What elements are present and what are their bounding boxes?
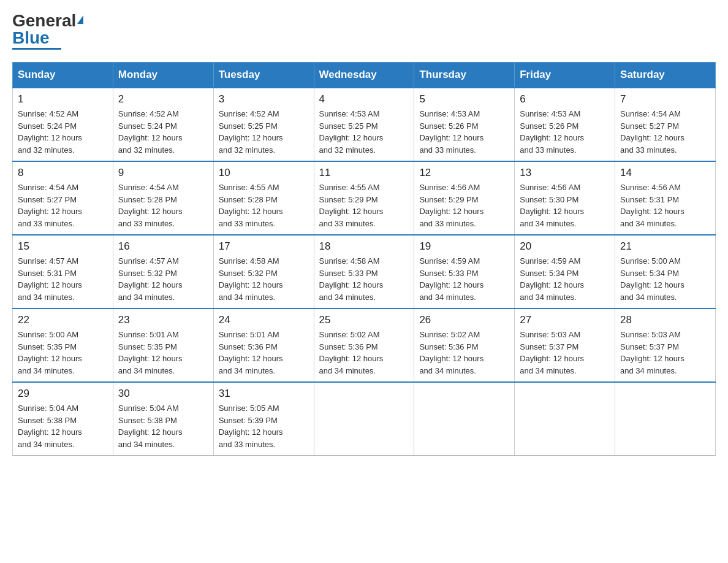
day-number: 1 <box>18 93 108 105</box>
day-number: 31 <box>219 388 309 400</box>
day-number: 5 <box>419 93 509 105</box>
calendar-cell: 4 Sunrise: 4:53 AM Sunset: 5:25 PM Dayli… <box>314 88 414 161</box>
day-info: Sunrise: 4:52 AM Sunset: 5:24 PM Dayligh… <box>18 109 82 155</box>
day-number: 17 <box>219 240 309 253</box>
calendar-week-row: 8 Sunrise: 4:54 AM Sunset: 5:27 PM Dayli… <box>13 161 716 235</box>
day-info: Sunrise: 4:54 AM Sunset: 5:28 PM Dayligh… <box>118 183 183 228</box>
day-number: 24 <box>219 314 309 326</box>
day-number: 10 <box>219 167 309 179</box>
calendar-cell: 10 Sunrise: 4:55 AM Sunset: 5:28 PM Dayl… <box>213 161 314 235</box>
day-info: Sunrise: 4:54 AM Sunset: 5:27 PM Dayligh… <box>18 183 82 228</box>
day-info: Sunrise: 5:00 AM Sunset: 5:34 PM Dayligh… <box>620 256 684 302</box>
day-number: 11 <box>319 167 409 179</box>
day-number: 16 <box>118 240 208 253</box>
calendar-cell <box>615 382 716 456</box>
day-info: Sunrise: 4:58 AM Sunset: 5:32 PM Dayligh… <box>219 256 283 302</box>
calendar-cell: 6 Sunrise: 4:53 AM Sunset: 5:26 PM Dayli… <box>515 88 615 161</box>
calendar-cell: 12 Sunrise: 4:56 AM Sunset: 5:29 PM Dayl… <box>414 161 515 235</box>
calendar-cell: 2 Sunrise: 4:52 AM Sunset: 5:24 PM Dayli… <box>113 88 213 161</box>
calendar-cell <box>314 382 414 456</box>
calendar-cell: 1 Sunrise: 4:52 AM Sunset: 5:24 PM Dayli… <box>13 88 113 161</box>
day-info: Sunrise: 4:59 AM Sunset: 5:34 PM Dayligh… <box>520 256 584 302</box>
calendar-cell: 9 Sunrise: 4:54 AM Sunset: 5:28 PM Dayli… <box>113 161 213 235</box>
logo-line <box>12 48 61 50</box>
calendar-cell: 28 Sunrise: 5:03 AM Sunset: 5:37 PM Dayl… <box>615 308 716 382</box>
day-number: 26 <box>419 314 509 326</box>
day-info: Sunrise: 4:55 AM Sunset: 5:28 PM Dayligh… <box>219 183 283 228</box>
day-number: 6 <box>520 93 610 105</box>
day-number: 13 <box>520 167 610 179</box>
calendar-cell: 21 Sunrise: 5:00 AM Sunset: 5:34 PM Dayl… <box>615 235 716 308</box>
calendar-cell: 18 Sunrise: 4:58 AM Sunset: 5:33 PM Dayl… <box>314 235 414 308</box>
day-info: Sunrise: 4:56 AM Sunset: 5:31 PM Dayligh… <box>620 183 684 228</box>
day-info: Sunrise: 4:58 AM Sunset: 5:33 PM Dayligh… <box>319 256 384 302</box>
calendar-day-header: Thursday <box>414 63 515 88</box>
day-number: 2 <box>118 93 208 105</box>
logo-text: General Blue <box>12 12 83 47</box>
calendar-cell: 25 Sunrise: 5:02 AM Sunset: 5:36 PM Dayl… <box>314 308 414 382</box>
calendar-cell: 15 Sunrise: 4:57 AM Sunset: 5:31 PM Dayl… <box>13 235 113 308</box>
day-info: Sunrise: 5:03 AM Sunset: 5:37 PM Dayligh… <box>520 330 584 375</box>
day-number: 20 <box>520 240 610 253</box>
calendar-header-row: SundayMondayTuesdayWednesdayThursdayFrid… <box>13 63 716 88</box>
day-number: 3 <box>219 93 309 105</box>
calendar-cell: 11 Sunrise: 4:55 AM Sunset: 5:29 PM Dayl… <box>314 161 414 235</box>
calendar-cell: 14 Sunrise: 4:56 AM Sunset: 5:31 PM Dayl… <box>615 161 716 235</box>
day-info: Sunrise: 4:55 AM Sunset: 5:29 PM Dayligh… <box>319 183 384 228</box>
day-info: Sunrise: 4:56 AM Sunset: 5:29 PM Dayligh… <box>419 183 483 228</box>
day-number: 8 <box>18 167 108 179</box>
day-number: 15 <box>18 240 108 253</box>
day-info: Sunrise: 5:00 AM Sunset: 5:35 PM Dayligh… <box>18 330 82 375</box>
calendar-table: SundayMondayTuesdayWednesdayThursdayFrid… <box>12 62 716 456</box>
calendar-cell: 23 Sunrise: 5:01 AM Sunset: 5:35 PM Dayl… <box>113 308 213 382</box>
day-info: Sunrise: 5:01 AM Sunset: 5:36 PM Dayligh… <box>219 330 283 375</box>
day-info: Sunrise: 4:53 AM Sunset: 5:26 PM Dayligh… <box>520 109 584 155</box>
day-info: Sunrise: 4:54 AM Sunset: 5:27 PM Dayligh… <box>620 109 684 155</box>
calendar-cell: 27 Sunrise: 5:03 AM Sunset: 5:37 PM Dayl… <box>515 308 615 382</box>
calendar-week-row: 1 Sunrise: 4:52 AM Sunset: 5:24 PM Dayli… <box>13 88 716 161</box>
logo-blue: Blue <box>12 28 50 47</box>
calendar-cell: 5 Sunrise: 4:53 AM Sunset: 5:26 PM Dayli… <box>414 88 515 161</box>
calendar-day-header: Tuesday <box>213 63 314 88</box>
day-number: 27 <box>520 314 610 326</box>
logo: General Blue <box>12 12 83 50</box>
day-number: 21 <box>620 240 710 253</box>
calendar-cell: 8 Sunrise: 4:54 AM Sunset: 5:27 PM Dayli… <box>13 161 113 235</box>
calendar-day-header: Monday <box>113 63 213 88</box>
calendar-cell: 31 Sunrise: 5:05 AM Sunset: 5:39 PM Dayl… <box>213 382 314 456</box>
day-info: Sunrise: 5:02 AM Sunset: 5:36 PM Dayligh… <box>419 330 483 375</box>
logo-triangle-icon <box>77 15 83 24</box>
day-info: Sunrise: 4:53 AM Sunset: 5:25 PM Dayligh… <box>319 109 384 155</box>
day-info: Sunrise: 5:03 AM Sunset: 5:37 PM Dayligh… <box>620 330 684 375</box>
day-number: 4 <box>319 93 409 105</box>
page-header: General Blue <box>12 12 716 50</box>
calendar-cell: 19 Sunrise: 4:59 AM Sunset: 5:33 PM Dayl… <box>414 235 515 308</box>
day-info: Sunrise: 5:02 AM Sunset: 5:36 PM Dayligh… <box>319 330 384 375</box>
calendar-cell: 7 Sunrise: 4:54 AM Sunset: 5:27 PM Dayli… <box>615 88 716 161</box>
day-number: 14 <box>620 167 710 179</box>
day-info: Sunrise: 5:04 AM Sunset: 5:38 PM Dayligh… <box>118 404 183 449</box>
calendar-cell: 13 Sunrise: 4:56 AM Sunset: 5:30 PM Dayl… <box>515 161 615 235</box>
day-number: 7 <box>620 93 710 105</box>
day-number: 23 <box>118 314 208 326</box>
day-info: Sunrise: 4:52 AM Sunset: 5:24 PM Dayligh… <box>118 109 183 155</box>
day-info: Sunrise: 4:53 AM Sunset: 5:26 PM Dayligh… <box>419 109 483 155</box>
day-number: 18 <box>319 240 409 253</box>
day-number: 19 <box>419 240 509 253</box>
day-number: 25 <box>319 314 409 326</box>
day-info: Sunrise: 5:04 AM Sunset: 5:38 PM Dayligh… <box>18 404 82 449</box>
calendar-cell: 3 Sunrise: 4:52 AM Sunset: 5:25 PM Dayli… <box>213 88 314 161</box>
calendar-day-header: Friday <box>515 63 615 88</box>
calendar-week-row: 29 Sunrise: 5:04 AM Sunset: 5:38 PM Dayl… <box>13 382 716 456</box>
day-number: 29 <box>18 388 108 400</box>
day-number: 22 <box>18 314 108 326</box>
calendar-day-header: Sunday <box>13 63 113 88</box>
day-number: 30 <box>118 388 208 400</box>
calendar-cell: 16 Sunrise: 4:57 AM Sunset: 5:32 PM Dayl… <box>113 235 213 308</box>
calendar-week-row: 15 Sunrise: 4:57 AM Sunset: 5:31 PM Dayl… <box>13 235 716 308</box>
logo-general: General <box>12 11 76 30</box>
calendar-day-header: Wednesday <box>314 63 414 88</box>
calendar-week-row: 22 Sunrise: 5:00 AM Sunset: 5:35 PM Dayl… <box>13 308 716 382</box>
calendar-cell <box>414 382 515 456</box>
day-info: Sunrise: 4:57 AM Sunset: 5:31 PM Dayligh… <box>18 256 82 302</box>
